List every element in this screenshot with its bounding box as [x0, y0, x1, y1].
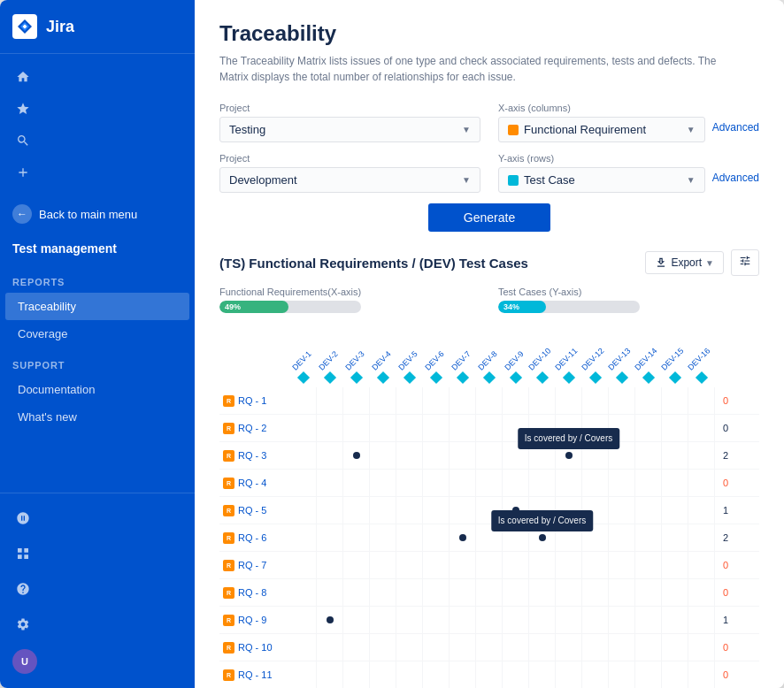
row-label-text-10: RQ - 11 — [238, 669, 273, 680]
col-header-DEV-4: DEV-4 — [370, 324, 396, 386]
cell-r9-c15 — [688, 634, 715, 661]
cell-r8-c1 — [317, 607, 343, 633]
cell-r7-c13 — [635, 579, 662, 606]
y-axis-select[interactable]: Test Case ▼ — [498, 167, 705, 193]
matrix-row-8: RRQ - 91 — [219, 607, 759, 634]
col-label-DEV-12: DEV-12 — [580, 347, 606, 372]
nav-help-icon[interactable] — [7, 573, 39, 605]
col-diamond-DEV-16 — [696, 371, 708, 384]
row-count-6: 0 — [715, 560, 736, 570]
y-axis-value-wrap: Test Case — [508, 173, 575, 187]
cell-r3-c4 — [396, 470, 423, 496]
row-label-9[interactable]: RRQ - 10 — [219, 638, 290, 657]
x-axis-select[interactable]: Functional Requirement ▼ — [498, 117, 705, 142]
app-name: Jira — [46, 18, 74, 36]
row-label-5[interactable]: RRQ - 6 — [219, 529, 290, 547]
row-label-7[interactable]: RRQ - 8 — [219, 584, 290, 602]
cell-r5-c5 — [423, 524, 450, 551]
cell-r7-c5 — [423, 579, 450, 606]
cell-r1-c14 — [662, 415, 688, 441]
cell-r4-c15 — [688, 497, 715, 524]
cell-r8-c11 — [582, 607, 609, 633]
cell-r5-c2 — [343, 524, 370, 551]
export-button[interactable]: Export ▼ — [645, 251, 724, 274]
cell-r6-c0 — [290, 552, 317, 578]
cell-r0-c10 — [556, 387, 582, 414]
cell-r4-c10 — [556, 497, 582, 524]
nav-search-icon[interactable] — [7, 125, 39, 157]
col-label-DEV-10: DEV-10 — [527, 347, 553, 372]
cell-r9-c14 — [662, 634, 688, 661]
nav-star-icon[interactable] — [7, 93, 39, 125]
filter-settings-button[interactable] — [731, 249, 759, 276]
dot-r2-c10[interactable]: Is covered by / Covers — [565, 452, 573, 459]
dot-r5-c9[interactable]: Is covered by / Covers — [539, 534, 546, 541]
nav-grid-icon[interactable] — [7, 538, 39, 570]
matrix-row-3: RRQ - 40 — [219, 470, 759, 497]
cell-r8-c0 — [290, 607, 317, 633]
row-label-2[interactable]: RRQ - 3 — [219, 447, 290, 465]
cell-r0-c7 — [476, 387, 503, 414]
cell-r8-c5 — [423, 607, 450, 633]
cell-r4-c4 — [396, 497, 423, 524]
sidebar-item-documentation[interactable]: Documentation — [5, 376, 189, 403]
row-label-10[interactable]: RRQ - 11 — [219, 666, 290, 684]
dot-r8-c1[interactable] — [327, 616, 334, 623]
col-header-DEV-11: DEV-11 — [556, 324, 582, 386]
nav-rocket-icon[interactable] — [7, 502, 39, 534]
sidebar-item-traceability[interactable]: Traceability — [5, 293, 189, 320]
cell-r3-c1 — [317, 470, 343, 496]
cell-r6-c11 — [582, 552, 609, 578]
dot-r5-c6[interactable] — [459, 534, 466, 541]
cell-r0-c5 — [423, 387, 450, 414]
project-value: Testing — [229, 123, 265, 136]
cell-r10-c10 — [556, 661, 582, 688]
cell-r1-c6 — [450, 415, 476, 441]
back-to-main-button[interactable]: ← Back to main menu — [0, 195, 195, 233]
export-icon — [655, 256, 667, 269]
row-label-6[interactable]: RRQ - 7 — [219, 556, 290, 575]
sidebar-item-coverage[interactable]: Coverage — [5, 320, 189, 348]
cell-r10-c7 — [476, 661, 503, 688]
nav-settings-icon[interactable] — [7, 608, 39, 640]
cell-r0-c12 — [609, 387, 635, 414]
dot-r2-c2[interactable] — [353, 452, 360, 459]
col-diamond-DEV-3 — [350, 371, 363, 384]
row-label-0[interactable]: RRQ - 1 — [219, 392, 290, 410]
cell-r9-c6 — [450, 634, 476, 661]
row-icon-10: R — [223, 669, 234, 681]
cell-r3-c2 — [343, 470, 370, 496]
row-label-1[interactable]: RRQ - 2 — [219, 419, 290, 438]
cell-r1-c9 — [529, 415, 556, 441]
filters-row-2: Project Development ▼ Y-axis (rows) Test… — [219, 153, 759, 193]
row-label-8[interactable]: RRQ - 9 — [219, 611, 290, 630]
y-axis-advanced-link[interactable]: Advanced — [712, 172, 759, 189]
project2-select[interactable]: Development ▼ — [219, 167, 480, 193]
dot-r4-c8[interactable] — [512, 507, 519, 514]
cell-r1-c7 — [476, 415, 503, 441]
col-label-DEV-15: DEV-15 — [660, 347, 686, 372]
x-axis-section-label: Functional Requirements(X-axis) — [219, 287, 480, 297]
col-diamond-DEV-4 — [377, 371, 389, 384]
col-diamond-DEV-13 — [616, 371, 628, 384]
cell-r4-c1 — [317, 497, 343, 524]
cell-r9-c12 — [609, 634, 635, 661]
col-diamond-DEV-8 — [483, 371, 496, 384]
project2-label: Project — [219, 153, 480, 164]
row-label-text-0: RQ - 1 — [238, 395, 266, 406]
generate-button[interactable]: Generate — [428, 203, 550, 232]
sidebar-item-whats-new[interactable]: What's new — [5, 403, 189, 431]
cell-r4-c7 — [476, 497, 503, 524]
nav-add-icon[interactable] — [7, 157, 39, 188]
cell-r1-c2 — [343, 415, 370, 441]
project-select[interactable]: Testing ▼ — [219, 117, 480, 142]
cell-r0-c8 — [503, 387, 529, 414]
nav-home-icon[interactable] — [7, 61, 39, 93]
user-avatar[interactable]: U — [12, 649, 37, 674]
row-label-3[interactable]: RRQ - 4 — [219, 474, 290, 493]
col-diamond-DEV-15 — [669, 371, 681, 384]
row-label-4[interactable]: RRQ - 5 — [219, 501, 290, 520]
cell-r3-c11 — [582, 470, 609, 496]
cell-r8-c14 — [662, 607, 688, 633]
x-axis-advanced-link[interactable]: Advanced — [712, 121, 759, 139]
